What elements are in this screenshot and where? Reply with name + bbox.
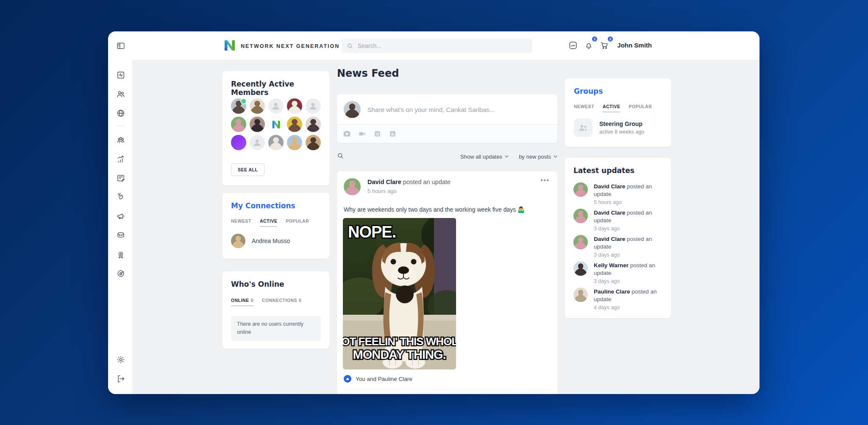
tab-active[interactable]: ACTIVE: [603, 104, 620, 112]
post-author-avatar[interactable]: [344, 178, 361, 195]
meme-top-text: NOPE.: [348, 223, 396, 241]
group-item[interactable]: Steering Group active 8 weeks ago: [574, 118, 644, 137]
post-timestamp[interactable]: 5 hours ago: [367, 188, 451, 194]
drum-icon[interactable]: [116, 231, 125, 240]
post-author-name[interactable]: David Clare: [367, 179, 401, 185]
tab-newest[interactable]: NEWEST: [574, 104, 594, 112]
connection-avatar[interactable]: [231, 234, 245, 248]
poll-icon[interactable]: [389, 130, 397, 138]
member-avatar[interactable]: [268, 117, 284, 133]
member-avatar[interactable]: [250, 117, 265, 132]
member-avatar[interactable]: [231, 135, 246, 150]
tab-popular[interactable]: POPULAR: [629, 104, 652, 112]
post-options-icon[interactable]: •••: [540, 176, 550, 184]
feed-search-icon[interactable]: [337, 152, 344, 161]
post-image[interactable]: NOPE. NOT FEELIN' THIS WHOLE MONDAY THIN…: [343, 218, 456, 369]
post-likes[interactable]: You and Pauline Clare: [344, 375, 412, 383]
tab-connections[interactable]: CONNECTIONS0: [262, 298, 301, 306]
tab-online[interactable]: ONLINE0: [231, 298, 253, 306]
logout-icon[interactable]: [116, 374, 125, 383]
tab-online-count: 0: [251, 298, 253, 303]
update-author[interactable]: Pauline Clare: [594, 288, 630, 295]
update-avatar[interactable]: [573, 182, 588, 197]
update-avatar[interactable]: [573, 235, 588, 249]
user-name[interactable]: John Smith: [617, 42, 652, 49]
my-connections-card: My Connections NEWEST ACTIVE POPULAR And…: [223, 193, 329, 259]
update-avatar[interactable]: [573, 261, 588, 276]
groups-icon[interactable]: [116, 135, 125, 145]
member-avatar[interactable]: [231, 98, 246, 114]
forms-icon[interactable]: [116, 173, 125, 183]
member-avatar[interactable]: [287, 98, 302, 114]
page-title: News Feed: [337, 67, 399, 79]
search-input[interactable]: [357, 42, 527, 50]
tab-newest[interactable]: NEWEST: [231, 218, 251, 227]
update-avatar[interactable]: [573, 288, 588, 302]
groups-card: Groups NEWEST ACTIVE POPULAR Steering Gr…: [565, 78, 671, 147]
gif-icon[interactable]: @: [373, 130, 381, 138]
desktop-background: { "colors":{"bg_start":"#04265a","bg_end…: [0, 0, 868, 425]
settings-icon[interactable]: [116, 355, 125, 364]
update-author[interactable]: David Clare: [594, 236, 625, 242]
announcements-icon[interactable]: [116, 212, 125, 221]
notifications-badge: 1: [591, 36, 598, 42]
groups-tabs: NEWEST ACTIVE POPULAR: [574, 104, 652, 112]
goals-icon[interactable]: [116, 269, 125, 278]
member-avatar[interactable]: [268, 135, 284, 150]
leaderboard-icon[interactable]: [116, 155, 125, 164]
connection-item[interactable]: Andrea Musso: [231, 234, 290, 248]
member-avatar[interactable]: [306, 117, 321, 132]
site-logo[interactable]: NETWORK NEXT GENERATION: [223, 38, 339, 54]
composer-toolbar: @: [337, 124, 557, 143]
svg-text:@: @: [376, 132, 379, 136]
composer-placeholder: Share what's on your mind, Cankat Sariba…: [367, 106, 495, 113]
member-avatar[interactable]: [250, 98, 265, 114]
messages-icon[interactable]: [568, 41, 578, 50]
member-avatar[interactable]: [268, 98, 284, 114]
update-item[interactable]: David Clare posted an update5 hours ago: [573, 182, 671, 205]
video-icon[interactable]: [358, 130, 366, 138]
activity-icon[interactable]: [116, 70, 125, 80]
update-author[interactable]: Kelly Warner: [594, 262, 629, 268]
post-composer-card: Share what's on your mind, Cankat Sariba…: [337, 94, 557, 143]
update-item[interactable]: David Clare posted an update3 days ago: [573, 235, 671, 258]
clap-icon[interactable]: [116, 193, 125, 202]
update-item[interactable]: Kelly Warner posted an update3 days ago: [573, 261, 671, 284]
sidebar-toggle-icon[interactable]: [116, 41, 125, 50]
member-avatar[interactable]: [231, 117, 246, 132]
members-avatar-grid: [231, 98, 321, 150]
group-name[interactable]: Steering Group: [599, 120, 644, 127]
sort-filter-dropdown[interactable]: by new posts: [519, 154, 557, 160]
photo-icon[interactable]: [343, 130, 351, 138]
members-icon[interactable]: [116, 89, 125, 99]
connection-name[interactable]: Andrea Musso: [252, 238, 290, 244]
update-avatar[interactable]: [573, 209, 588, 223]
see-all-button[interactable]: SEE ALL: [231, 163, 264, 176]
composer-input-area[interactable]: Share what's on your mind, Cankat Sariba…: [337, 94, 557, 125]
tab-active[interactable]: ACTIVE: [260, 218, 278, 227]
post-text-content: Why are weekends only two days and the w…: [344, 206, 516, 213]
search-icon: [347, 42, 353, 49]
update-author[interactable]: David Clare: [594, 210, 625, 216]
member-avatar[interactable]: [287, 117, 302, 132]
member-avatar[interactable]: [306, 98, 321, 114]
sidebar-divider: [116, 126, 125, 126]
group-meta: active 8 weeks ago: [599, 129, 644, 135]
notifications-bell-icon[interactable]: [584, 41, 593, 50]
whos-online-card: Who's Online ONLINE0 CONNECTIONS0 There …: [223, 271, 329, 349]
meme-bottom-line2: MONDAY THING.: [353, 348, 445, 361]
badge-icon[interactable]: [116, 250, 125, 260]
member-avatar[interactable]: [250, 135, 265, 150]
member-avatar[interactable]: [306, 135, 321, 150]
post-likes-text: You and Pauline Clare: [356, 376, 412, 382]
meme-bottom-line1: NOT FEELIN' THIS WHOLE: [343, 335, 456, 348]
member-avatar[interactable]: [287, 135, 302, 150]
tab-popular[interactable]: POPULAR: [286, 218, 309, 227]
update-item[interactable]: David Clare posted an update3 days ago: [573, 209, 671, 232]
cart-icon[interactable]: [600, 41, 609, 50]
show-filter-dropdown[interactable]: Show all updates: [460, 154, 509, 160]
tab-connections-label: CONNECTIONS: [262, 298, 297, 303]
update-author[interactable]: David Clare: [594, 183, 625, 190]
update-item[interactable]: Pauline Clare posted an update4 days ago: [573, 288, 671, 310]
globe-icon[interactable]: [116, 109, 125, 118]
